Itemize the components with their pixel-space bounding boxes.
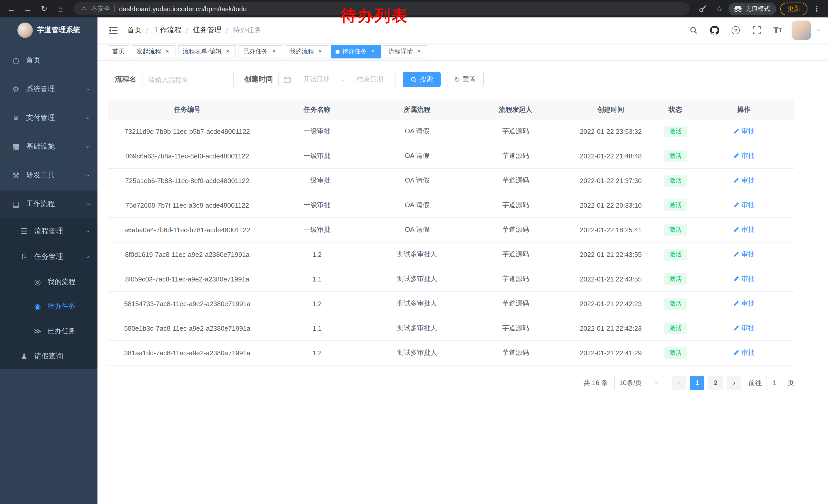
cell-name: 1.1 xyxy=(267,316,367,340)
approve-label: 审批 xyxy=(741,348,755,357)
tab-item[interactable]: 待办任务× xyxy=(331,45,381,58)
cell-id: 381aa1dd-7ac8-11ec-a9e2-a2380e71991a xyxy=(108,340,267,365)
goto-page-input[interactable] xyxy=(766,375,783,390)
tab-item[interactable]: 发起流程× xyxy=(132,45,175,58)
sidebar-item[interactable]: ≫已办任务 xyxy=(0,319,97,343)
edit-icon xyxy=(733,202,739,208)
tab-item[interactable]: 流程表单-编辑× xyxy=(178,45,236,58)
cell-action: 审批 xyxy=(694,316,794,340)
breadcrumb-item[interactable]: 任务管理 xyxy=(193,26,222,35)
tab-item[interactable]: 首页 xyxy=(108,45,129,58)
next-page-button[interactable]: › xyxy=(727,375,741,390)
cell-initiator: 芋道源码 xyxy=(467,242,564,267)
github-icon[interactable] xyxy=(707,23,722,37)
password-key-icon[interactable] xyxy=(696,2,710,16)
cell-name: 1.2 xyxy=(267,291,367,316)
breadcrumb-item[interactable]: 首页 xyxy=(127,26,141,35)
cell-status: 激活 xyxy=(657,217,694,242)
browser-refresh-icon[interactable]: ↻ xyxy=(37,2,51,16)
close-icon[interactable]: × xyxy=(369,48,377,55)
approve-link[interactable]: 审批 xyxy=(733,299,755,308)
tab-item[interactable]: 已办任务× xyxy=(239,45,282,58)
close-icon[interactable]: × xyxy=(164,48,171,55)
browser-back-icon[interactable]: ← xyxy=(4,2,18,16)
close-icon[interactable]: × xyxy=(271,48,278,55)
sidebar-item-label: 首页 xyxy=(26,56,89,65)
browser-update-button[interactable]: 更新 xyxy=(780,2,808,15)
done-tasks-icon: ≫ xyxy=(32,327,43,336)
sidebar-item[interactable]: ♟请假查询 xyxy=(0,343,97,369)
sidebar-item[interactable]: ▤工作流程› xyxy=(0,190,97,218)
start-date-placeholder: 开始日期 xyxy=(296,75,337,84)
approve-link[interactable]: 审批 xyxy=(733,200,755,210)
chevron-down-icon[interactable]: › xyxy=(816,29,822,31)
sidebar-item[interactable]: ⚙系统管理› xyxy=(0,75,97,103)
page-button[interactable]: 2 xyxy=(708,375,723,390)
sidebar-item-label: 基础设施 xyxy=(26,142,87,151)
sidebar-item-label: 研发工具 xyxy=(26,171,87,180)
cell-id: 580e1b3d-7ac8-11ec-a9e2-a2380e71991a xyxy=(108,316,267,340)
app-logo[interactable]: 芋道管理系统 xyxy=(0,17,97,43)
approve-link[interactable]: 审批 xyxy=(733,225,755,234)
sidebar-item[interactable]: ◎我的流程 xyxy=(0,270,97,294)
cell-id: 069c6a63-7b8a-11ec-8ef0-acde48001122 xyxy=(108,144,267,168)
tab-item[interactable]: 流程详情× xyxy=(384,45,427,58)
cell-process: OA 请假 xyxy=(367,144,467,168)
breadcrumb-item[interactable]: 工作流程 xyxy=(153,26,181,35)
date-range-picker[interactable]: 开始日期 - 结束日期 xyxy=(278,72,396,87)
approve-link[interactable]: 审批 xyxy=(733,274,755,283)
sidebar-item[interactable]: ⚒研发工具› xyxy=(0,161,97,190)
page-button[interactable]: 1 xyxy=(690,375,704,390)
user-avatar[interactable] xyxy=(792,20,811,40)
annotation-overlay: 待办列表 xyxy=(341,5,408,27)
approve-label: 审批 xyxy=(741,299,755,308)
tab-item[interactable]: 我的流程× xyxy=(285,45,328,58)
reset-button[interactable]: ↻ 重置 xyxy=(447,72,484,87)
process-name-input[interactable] xyxy=(141,72,234,87)
approve-link[interactable]: 审批 xyxy=(733,250,755,259)
sidebar-item[interactable]: ☰流程管理› xyxy=(0,218,97,244)
sidebar-item-label: 支付管理 xyxy=(26,113,87,123)
logo-image xyxy=(17,22,33,38)
approve-link[interactable]: 审批 xyxy=(733,348,755,357)
cell-action: 审批 xyxy=(694,242,794,267)
sidebar-item[interactable]: ◉待办任务 xyxy=(0,294,97,319)
sidebar-item[interactable]: ¥支付管理› xyxy=(0,103,97,132)
help-icon[interactable]: ? xyxy=(729,23,743,37)
process-name-label: 流程名 xyxy=(115,75,136,84)
edit-icon xyxy=(733,227,739,233)
close-icon[interactable]: × xyxy=(224,48,232,55)
cell-process: 测试多审批人 xyxy=(367,242,467,267)
browser-home-icon[interactable]: ⌂ xyxy=(53,2,68,16)
sidebar-item[interactable]: ◷首页 xyxy=(0,46,97,75)
cell-process: 测试多审批人 xyxy=(367,340,467,365)
page-size-select[interactable]: 10条/页 › xyxy=(614,375,663,390)
sidebar-item[interactable]: ▦基础设施› xyxy=(0,132,97,161)
bookmark-star-icon[interactable]: ☆ xyxy=(712,2,727,16)
font-size-icon[interactable]: TT xyxy=(771,23,785,37)
approve-link[interactable]: 审批 xyxy=(733,151,755,161)
cell-id: 725a1eb6-7b88-11ec-8ef0-acde48001122 xyxy=(108,168,267,193)
browser-menu-icon[interactable]: ⋮ xyxy=(810,2,824,16)
search-icon[interactable] xyxy=(687,23,701,37)
insecure-warning-icon: ⚠ xyxy=(81,5,87,12)
approve-link[interactable]: 审批 xyxy=(733,176,755,185)
cell-created: 2022-01-22 21:37:30 xyxy=(564,168,657,193)
edit-icon xyxy=(733,276,739,282)
status-badge: 激活 xyxy=(664,297,687,310)
sidebar-item[interactable]: ⚐任务管理› xyxy=(0,244,97,270)
chevron-down-icon: › xyxy=(85,174,92,177)
status-badge: 激活 xyxy=(664,175,687,186)
prev-page-button[interactable]: ‹ xyxy=(671,375,686,390)
close-icon[interactable]: × xyxy=(416,48,423,55)
browser-forward-icon[interactable]: → xyxy=(20,2,35,16)
fullscreen-icon[interactable] xyxy=(749,23,764,37)
close-icon[interactable]: × xyxy=(317,48,324,55)
approve-link[interactable]: 审批 xyxy=(733,127,755,136)
approve-link[interactable]: 审批 xyxy=(733,324,755,333)
cell-process: 测试多审批人 xyxy=(367,316,467,340)
status-badge: 激活 xyxy=(664,150,687,162)
search-button[interactable]: 搜索 xyxy=(403,72,441,87)
sidebar-collapse-icon[interactable] xyxy=(106,23,120,37)
chevron-down-icon: › xyxy=(85,146,92,148)
